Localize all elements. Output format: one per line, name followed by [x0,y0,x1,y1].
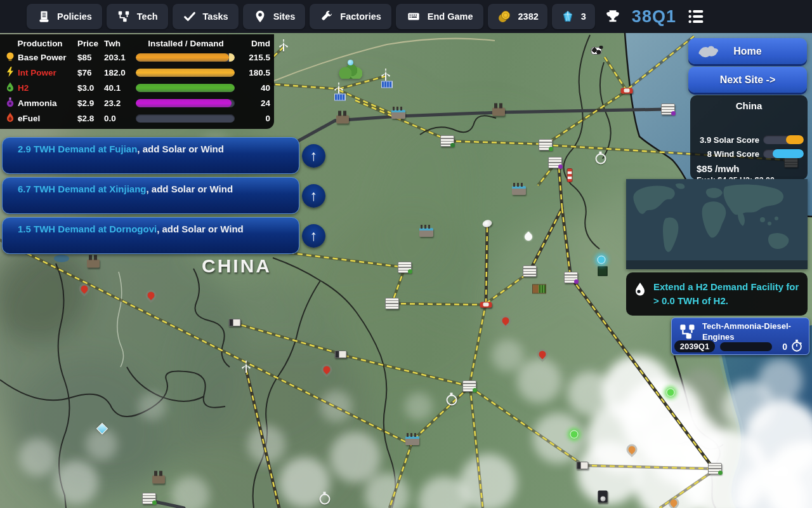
home-button[interactable]: Home [688,38,807,64]
task-goto-button[interactable]: ↑ [302,144,325,168]
next-site-button[interactable]: Next Site -> [688,67,807,93]
installed-demand-bar [136,114,235,123]
lighthouse-marker[interactable] [567,168,573,182]
row-label: H2 [18,83,77,93]
fire-marker[interactable] [523,232,534,243]
sites-label: Sites [273,11,296,22]
turbine-marker[interactable] [240,361,252,373]
square-marker[interactable] [598,267,608,276]
coal-marker[interactable] [492,108,505,116]
truck-marker[interactable] [335,351,347,358]
tech-research-panel[interactable]: Tech-Ammonia-Diesel-Engines 2039Q1 0 [671,318,809,355]
facility-marker[interactable] [564,272,578,283]
car-marker[interactable] [480,302,492,308]
factory-marker[interactable] [405,436,419,445]
factory-marker[interactable] [419,228,433,237]
installed-demand-bar [136,84,235,92]
h2-task-note[interactable]: Extend a H2 Demand Facility for > 0.0 TW… [626,272,808,316]
cow-marker[interactable] [591,47,602,55]
factory-marker[interactable] [512,186,526,195]
coal-marker[interactable] [87,260,100,268]
gem-icon [561,10,575,23]
potion-marker[interactable] [447,395,457,406]
droplet-marker[interactable] [322,364,332,375]
coal-marker[interactable] [152,476,165,484]
droplet-marker[interactable] [537,349,547,359]
tech-icon [117,10,131,23]
facility-marker[interactable] [462,380,476,392]
dish-marker[interactable] [481,218,493,228]
policies-button[interactable]: Policies [27,4,102,29]
row-dmd: 40 [236,83,273,93]
droplet-marker[interactable] [669,498,679,508]
facility-marker[interactable] [142,493,156,504]
diamond-marker[interactable] [96,423,108,434]
gems-chip[interactable]: 3 [552,4,595,29]
droplet-icon [632,281,648,298]
header-installed-demand: Installed / Demand [136,39,236,48]
task-goto-button[interactable]: ↑ [302,224,325,248]
mountain-marker[interactable] [338,64,362,79]
factory-marker[interactable] [391,110,405,119]
factories-button[interactable]: Factories [310,4,391,29]
end-game-icon [406,10,421,23]
tech-button[interactable]: Tech [107,4,168,29]
solar-marker[interactable] [381,81,393,88]
task-banner-xinjiang[interactable]: 6.7 TWH Demand at Xinjiang, add Solar or… [2,177,299,214]
farm-marker[interactable] [532,284,546,294]
installed-demand-bar [136,99,235,107]
up-arrow-icon: ↑ [310,147,318,164]
sites-button[interactable]: Sites [243,4,306,29]
coin-icon [497,9,512,24]
potion-marker[interactable] [320,494,331,505]
facility-marker[interactable] [548,157,562,168]
bulb-marker[interactable] [598,256,606,264]
turbine-marker[interactable] [278,39,289,52]
world-minimap[interactable] [626,179,808,269]
turbine-marker[interactable] [380,69,391,81]
facility-marker[interactable] [398,262,412,273]
task-goto-button[interactable]: ↑ [302,184,325,208]
row-label: eFuel [18,114,77,123]
header-production: Production [3,39,77,48]
installed-demand-bar [136,53,235,62]
task-banner-dornogovi[interactable]: 1.5 TWH Demand at Dornogovi, add Solar o… [2,217,299,254]
bulb-marker[interactable] [570,431,579,439]
droplet-marker[interactable] [627,444,637,455]
truck-marker[interactable] [229,319,241,326]
car-marker[interactable] [621,88,633,94]
policies-label: Policies [57,11,92,22]
solar-marker[interactable] [334,94,346,101]
row-twh: 182.0 [104,68,136,77]
facility-marker[interactable] [385,298,399,309]
row-label: Base Power [18,53,77,62]
facility-marker[interactable] [440,135,454,147]
trophy-chip[interactable] [599,4,626,29]
facility-marker[interactable] [708,463,722,474]
bulb-marker[interactable] [667,389,675,397]
sites-icon [253,10,267,23]
droplet-marker[interactable] [79,284,89,294]
facility-marker[interactable] [661,104,675,115]
task-rest: , add Solar or Wind [157,224,244,234]
tasks-icon [183,10,197,23]
tasks-button[interactable]: Tasks [173,4,239,29]
menu-button[interactable] [684,5,709,28]
droplet-marker[interactable] [501,316,511,326]
tech-name: Tech-Ammonia-Diesel-Engines [702,321,797,343]
truck-marker[interactable] [577,462,589,469]
droplet-marker[interactable] [146,290,156,300]
task-banner-fujian[interactable]: 2.9 TWH Demand at Fujian, add Solar or W… [2,137,299,174]
end-game-button[interactable]: End Game [396,4,483,29]
facility-marker[interactable] [523,265,537,277]
coal-marker[interactable] [336,116,349,124]
facility-marker[interactable] [539,139,553,150]
row-price: $2.8 [77,114,104,123]
potion-marker[interactable] [596,154,606,164]
row-dmd: 180.5 [236,68,273,77]
wind-score-bar [763,149,804,158]
camera-marker[interactable] [598,491,608,503]
coins-chip[interactable]: 2382 [488,4,547,29]
flame-icon [4,112,16,125]
h2-drop-icon [4,81,16,95]
